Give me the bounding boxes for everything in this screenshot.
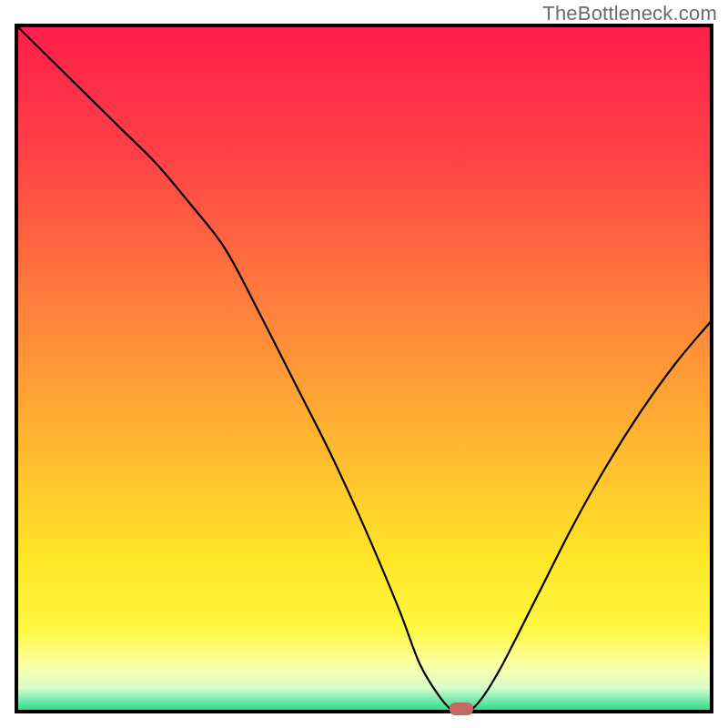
watermark-text: TheBottleneck.com xyxy=(542,2,717,25)
bottleneck-chart xyxy=(0,0,728,728)
chart-container: TheBottleneck.com xyxy=(0,0,728,728)
optimal-marker xyxy=(450,703,473,715)
